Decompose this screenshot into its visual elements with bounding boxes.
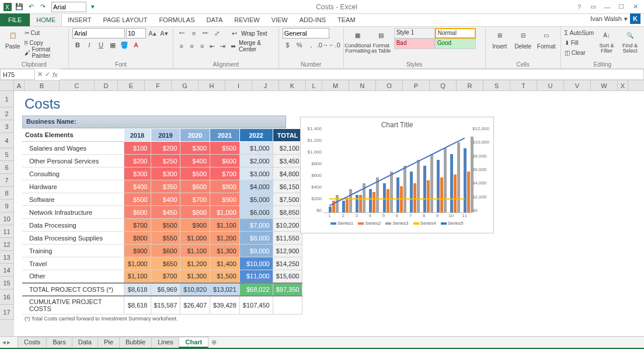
column-header[interactable]: D [95, 81, 118, 90]
tab-nav-next-icon[interactable]: ▸ [7, 338, 11, 346]
format-as-table-button[interactable]: ▤Format as Table [371, 28, 392, 54]
column-header[interactable]: M [322, 81, 349, 90]
column-header[interactable]: T [510, 81, 537, 90]
column-header[interactable]: R [457, 81, 483, 90]
row-header[interactable]: 15 [0, 277, 14, 289]
cut-button[interactable]: ✂Cut [25, 28, 65, 37]
column-header[interactable]: P [403, 81, 430, 90]
sheet-tab-bubble[interactable]: Bubble [119, 337, 152, 348]
fill-button[interactable]: ⬇Fill [565, 38, 594, 47]
column-header[interactable]: N [349, 81, 376, 90]
row-header[interactable]: 17 [0, 305, 14, 320]
align-left-icon[interactable]: ≡ [177, 41, 186, 51]
inc-decimal-icon[interactable]: .0→ [318, 40, 328, 50]
underline-button[interactable]: U [96, 40, 106, 50]
row-header[interactable]: 1 [0, 91, 14, 107]
worksheet-grid[interactable]: 1234567891011121314151617 Costs Business… [0, 91, 644, 336]
orientation-icon[interactable]: ⤢ [212, 28, 222, 39]
currency-icon[interactable]: $ [283, 40, 293, 50]
align-right-icon[interactable]: ≡ [197, 41, 207, 51]
cell-styles-gallery[interactable]: Style 1 Normal Bad Good [394, 28, 482, 49]
align-bottom-icon[interactable]: ⬵ [200, 28, 211, 39]
indent-dec-icon[interactable]: ⇤ [208, 41, 217, 51]
undo-icon[interactable]: ↶ [26, 2, 36, 12]
tab-nav-prev-icon[interactable]: ◂ [2, 338, 6, 346]
column-header[interactable]: X [618, 81, 628, 90]
fx-icon[interactable]: fx [53, 71, 58, 78]
column-header[interactable]: H [199, 81, 225, 90]
sheet-tab-lines[interactable]: Lines [151, 337, 179, 348]
tab-view[interactable]: VIEW [266, 13, 294, 26]
font-name-combo[interactable] [72, 28, 125, 39]
column-header[interactable]: O [376, 81, 403, 90]
tab-data[interactable]: DATA [201, 13, 229, 26]
column-header[interactable]: C [60, 81, 95, 90]
align-center-icon[interactable]: ≡ [187, 41, 197, 51]
column-header[interactable]: I [225, 81, 252, 90]
paste-button[interactable]: 📋Paste [4, 28, 22, 50]
column-header[interactable]: Q [430, 81, 457, 90]
sheet-tab-costs[interactable]: Costs [18, 337, 47, 348]
close-icon[interactable]: ✕ [629, 2, 642, 12]
enter-formula-icon[interactable]: ✓ [45, 71, 50, 78]
tab-team[interactable]: TEAM [332, 13, 361, 26]
sheet-tab-bars[interactable]: Bars [46, 337, 72, 348]
row-header[interactable]: 6 [0, 161, 14, 174]
tab-home[interactable]: HOME [30, 13, 62, 26]
border-button[interactable]: ▦ [107, 40, 118, 50]
column-header[interactable]: A [14, 81, 25, 90]
style-good[interactable]: Good [435, 39, 476, 49]
sheet-tab-data[interactable]: Data [72, 337, 98, 348]
tab-formulas[interactable]: FORMULAS [153, 13, 200, 26]
column-header[interactable]: B [25, 81, 60, 90]
row-header[interactable]: 8 [0, 187, 14, 200]
column-header[interactable]: G [172, 81, 199, 90]
user-account[interactable]: Ivan Walsh ▾ K [587, 11, 644, 26]
fill-color-button[interactable]: 🪣 [119, 40, 130, 50]
find-select-button[interactable]: 🔍Find & Select [619, 28, 640, 54]
align-top-icon[interactable]: ⬴ [177, 28, 187, 39]
column-header[interactable]: L [306, 81, 322, 90]
delete-cells-button[interactable]: ⊟Delete [513, 28, 534, 50]
tab-pagelayout[interactable]: PAGE LAYOUT [97, 13, 153, 26]
format-painter-button[interactable]: 🖌Format Painter [25, 48, 65, 57]
row-header[interactable]: 5 [0, 148, 14, 161]
formula-input[interactable] [60, 69, 644, 80]
align-middle-icon[interactable]: ≡ [189, 28, 199, 39]
insert-cells-button[interactable]: ⊞Insert [489, 28, 510, 50]
bold-button[interactable]: B [72, 40, 83, 50]
merge-button[interactable]: ⬌ [228, 41, 238, 51]
comma-icon[interactable]: , [306, 40, 316, 50]
percent-icon[interactable]: % [294, 40, 305, 50]
wrap-text-button[interactable]: ↩ [229, 28, 240, 39]
row-header[interactable]: 12 [0, 238, 14, 251]
column-header[interactable]: U [537, 81, 564, 90]
sheet-tab-chart[interactable]: Chart [179, 337, 208, 348]
tab-file[interactable]: FILE [0, 13, 30, 26]
row-header[interactable]: 11 [0, 225, 14, 238]
dec-decimal-icon[interactable]: ←.0 [329, 40, 340, 50]
new-sheet-button[interactable]: ⊕ [208, 338, 220, 346]
font-color-button[interactable]: A [131, 40, 141, 50]
italic-button[interactable]: I [84, 40, 95, 50]
row-header[interactable]: 13 [0, 251, 14, 264]
qat-font-selector[interactable] [51, 2, 86, 12]
redo-icon[interactable]: ↷ [37, 2, 48, 12]
maximize-icon[interactable]: ☐ [615, 2, 628, 12]
row-header[interactable]: 14 [0, 264, 14, 277]
tab-addins[interactable]: ADD-INS [294, 13, 332, 26]
column-header[interactable]: E [118, 81, 145, 90]
autosum-button[interactable]: ΣAutoSum [565, 28, 594, 37]
ribbon-options-icon[interactable]: ▭ [587, 2, 600, 12]
decrease-font-icon[interactable]: A▾ [159, 28, 169, 39]
clear-button[interactable]: ◫Clear [565, 48, 594, 57]
indent-inc-icon[interactable]: ⇥ [218, 41, 228, 51]
column-header[interactable]: S [483, 81, 510, 90]
sheet-tab-pie[interactable]: Pie [98, 337, 120, 348]
select-all-corner[interactable] [0, 81, 14, 90]
column-header[interactable]: V [564, 81, 591, 90]
column-header[interactable]: K [279, 81, 306, 90]
help-icon[interactable]: ? [573, 2, 586, 12]
cancel-formula-icon[interactable]: ✕ [37, 71, 43, 78]
font-size-combo[interactable] [126, 28, 146, 39]
